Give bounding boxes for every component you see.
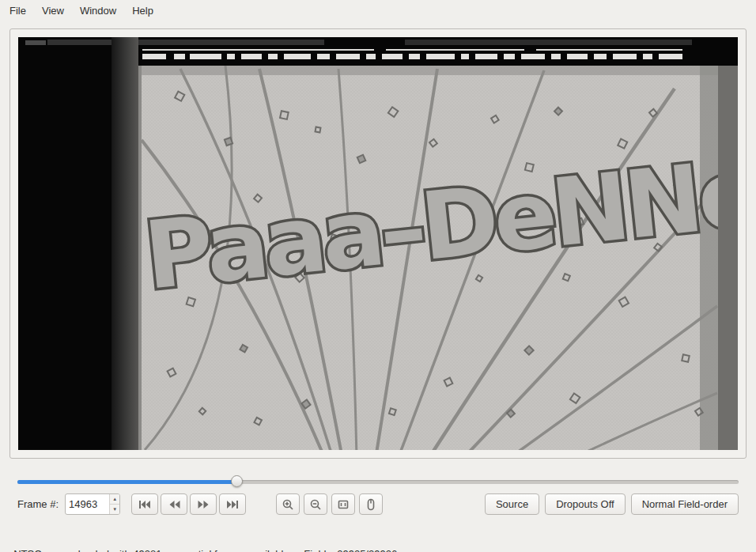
cartoon-picture: Paaa–DeNNeN <box>138 66 738 450</box>
seek-backward-button[interactable] <box>161 493 187 515</box>
video-right-edge <box>718 66 738 450</box>
spin-down-button[interactable]: ▼ <box>110 505 119 514</box>
zoom-original-button[interactable] <box>331 493 355 515</box>
zoom-out-button[interactable] <box>304 493 327 515</box>
menu-window[interactable]: Window <box>72 2 124 20</box>
slider-handle[interactable] <box>231 475 243 487</box>
skip-to-end-icon <box>226 500 239 509</box>
transport-controls: Frame #: ▲ ▼ <box>17 493 739 516</box>
skip-to-end-button[interactable] <box>219 493 246 515</box>
zoom-out-icon <box>309 498 322 511</box>
frame-number-spinbox[interactable]: ▲ ▼ <box>65 493 120 515</box>
seek-forward-button[interactable] <box>190 493 217 515</box>
zoom-in-button[interactable] <box>276 493 300 515</box>
frame-slider[interactable] <box>17 475 739 488</box>
menu-help[interactable]: Help <box>124 2 161 20</box>
source-button[interactable]: Source <box>485 493 539 515</box>
skip-to-start-button[interactable] <box>131 493 158 515</box>
head-switch-strip <box>112 37 138 450</box>
frame-number-input[interactable] <box>66 494 109 514</box>
skip-to-start-icon <box>138 500 151 509</box>
field-order-button[interactable]: Normal Field-order <box>631 493 739 515</box>
nav-button-group <box>131 493 246 515</box>
menu-file[interactable]: File <box>2 2 34 20</box>
mouse-mode-button[interactable] <box>359 493 383 515</box>
slider-fill <box>17 480 237 484</box>
video-panel: Paaa–DeNNeN <box>9 28 747 459</box>
menu-view[interactable]: View <box>34 2 72 20</box>
menubar: File View Window Help <box>0 0 756 21</box>
mode-button-group: Source Dropouts Off Normal Field-order <box>485 493 739 515</box>
seek-forward-icon <box>198 500 210 509</box>
spin-up-button[interactable]: ▲ <box>110 494 119 505</box>
zoom-original-icon <box>337 498 350 511</box>
seek-backward-icon <box>168 500 180 509</box>
zoom-in-icon <box>282 498 294 511</box>
mouse-icon <box>365 498 377 511</box>
frame-number-label: Frame #: <box>17 498 59 510</box>
picture-left-edge <box>138 66 142 450</box>
video-display[interactable]: Paaa–DeNNeN <box>18 37 738 450</box>
tool-button-group <box>276 493 383 515</box>
status-bar: NTSC source loaded with 49381 sequential… <box>8 536 748 552</box>
dropouts-button[interactable]: Dropouts Off <box>545 493 625 515</box>
status-text: NTSC source loaded with 49381 sequential… <box>13 548 397 552</box>
